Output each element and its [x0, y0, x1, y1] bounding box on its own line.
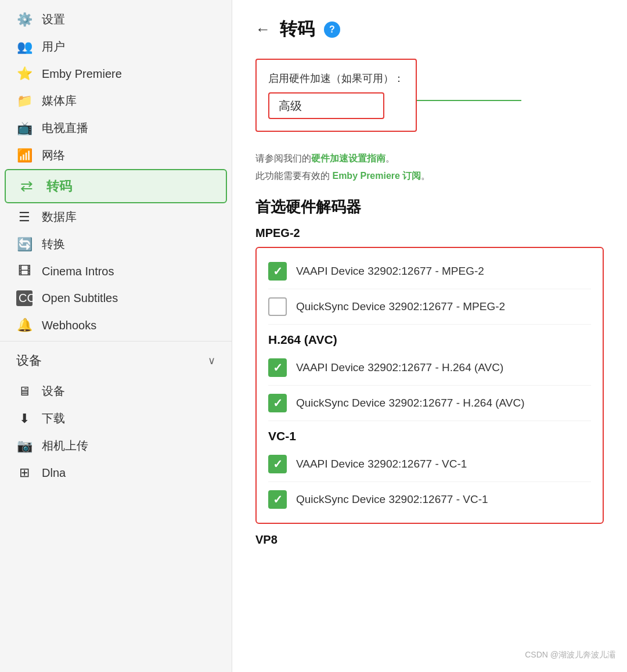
- checkbox-vaapi-h264[interactable]: [268, 358, 287, 377]
- page-title: 转码: [280, 17, 315, 41]
- sidebar-item-camera-upload[interactable]: 📷 相机上传: [0, 432, 232, 459]
- help-icon[interactable]: ?: [324, 21, 340, 38]
- info-text-1: 请参阅我们的硬件加速设置指南。: [255, 153, 395, 163]
- sidebar-item-media-library[interactable]: 📁 媒体库: [0, 87, 232, 114]
- emby-premiere-label: Emby Premiere: [42, 67, 122, 81]
- decoder-label-vaapi-h264: VAAPI Device 32902:12677 - H.264 (AVC): [296, 361, 503, 374]
- media-library-label: 媒体库: [42, 93, 77, 109]
- sidebar-item-open-subtitles[interactable]: CC Open Subtitles: [0, 285, 232, 312]
- webhooks-icon: 🔔: [16, 318, 33, 333]
- sidebar-item-dlna[interactable]: ⊞ Dlna: [0, 459, 232, 486]
- decoder-label-quicksync-vc1: QuickSync Device 32902:12677 - VC-1: [296, 493, 488, 506]
- cinema-intros-label: Cinema Intros: [42, 265, 114, 278]
- sidebar-item-users[interactable]: 👥 用户: [0, 33, 232, 60]
- decoder-item-quicksync-mpeg2[interactable]: QuickSync Device 32902:12677 - MPEG-2: [268, 289, 591, 325]
- database-label: 数据库: [42, 209, 77, 225]
- settings-label: 设置: [42, 12, 65, 27]
- decoder-label-quicksync-h264: QuickSync Device 32902:12677 - H.264 (AV…: [296, 397, 525, 409]
- devices-section-label: 设备: [16, 352, 42, 369]
- device-icon: 🖥: [16, 384, 33, 399]
- hw-accel-section: 启用硬件加速（如果可用）： 无基本高级: [255, 59, 417, 132]
- device-label: 设备: [42, 383, 65, 399]
- camera-upload-label: 相机上传: [42, 438, 88, 454]
- sidebar-item-convert[interactable]: 🔄 转换: [0, 231, 232, 258]
- tv-live-label: 电视直播: [42, 120, 88, 136]
- open-subtitles-icon: CC: [16, 290, 33, 306]
- decoder-label-vaapi-mpeg2: VAAPI Device 32902:12677 - MPEG-2: [296, 265, 484, 278]
- divider: [0, 341, 232, 342]
- dlna-icon: ⊞: [16, 465, 33, 480]
- main-content: ← 转码 ? 启用硬件加速（如果可用）： 无基本高级 请参阅我们的硬件加速设置指…: [232, 0, 627, 672]
- checkbox-vaapi-mpeg2[interactable]: [268, 262, 287, 281]
- section-heading-preferred-decoder: 首选硬件解码器: [255, 197, 604, 217]
- decoder-label-vaapi-vc1: VAAPI Device 32902:12677 - VC-1: [296, 458, 467, 470]
- download-label: 下载: [42, 411, 65, 426]
- decoder-label-quicksync-mpeg2: QuickSync Device 32902:12677 - MPEG-2: [296, 300, 505, 313]
- tv-live-icon: 📺: [16, 121, 33, 136]
- chevron-down-icon: ∨: [208, 354, 215, 367]
- watermark: CSDN @湖波儿奔波儿灞: [525, 650, 615, 660]
- decoder-item-quicksync-vc1[interactable]: QuickSync Device 32902:12677 - VC-1: [268, 482, 591, 517]
- mpeg2-outside-heading: MPEG-2: [255, 227, 604, 240]
- decoder-section: VAAPI Device 32902:12677 - MPEG-2 QuickS…: [255, 247, 604, 524]
- network-label: 网络: [42, 148, 65, 163]
- settings-icon: ⚙️: [16, 12, 33, 27]
- decoder-item-vaapi-vc1[interactable]: VAAPI Device 32902:12677 - VC-1: [268, 447, 591, 482]
- hw-accel-select[interactable]: 无基本高级: [268, 92, 384, 119]
- transcode-icon: ⇄: [17, 177, 36, 195]
- camera-upload-icon: 📷: [16, 439, 33, 454]
- download-icon: ⬇: [16, 411, 33, 426]
- green-connector-line: [417, 100, 521, 101]
- sidebar-item-webhooks[interactable]: 🔔 Webhooks: [0, 312, 232, 339]
- sidebar-item-network[interactable]: 📶 网络: [0, 142, 232, 169]
- checkbox-quicksync-vc1[interactable]: [268, 490, 287, 509]
- hw-accel-label: 启用硬件加速（如果可用）：: [268, 71, 404, 85]
- cinema-intros-icon: 🎞: [16, 264, 33, 279]
- open-subtitles-label: Open Subtitles: [42, 292, 118, 305]
- vc1-group-heading: VC-1: [268, 421, 591, 447]
- transcode-label: 转码: [46, 178, 72, 195]
- h264-group-heading: H.264 (AVC): [268, 325, 591, 350]
- sidebar-item-database[interactable]: ☰ 数据库: [0, 203, 232, 231]
- sidebar-item-cinema-intros[interactable]: 🎞 Cinema Intros: [0, 258, 232, 285]
- emby-premiere-link[interactable]: Emby Premiere 订阅: [332, 171, 421, 181]
- users-icon: 👥: [16, 39, 33, 55]
- media-library-icon: 📁: [16, 94, 33, 109]
- sidebar-item-download[interactable]: ⬇ 下载: [0, 405, 232, 432]
- webhooks-label: Webhooks: [42, 319, 96, 332]
- checkbox-quicksync-mpeg2[interactable]: [268, 297, 287, 316]
- convert-icon: 🔄: [16, 237, 33, 252]
- sidebar-item-settings[interactable]: ⚙️ 设置: [0, 6, 232, 33]
- vp8-heading: VP8: [255, 533, 604, 547]
- decoder-item-vaapi-h264[interactable]: VAAPI Device 32902:12677 - H.264 (AVC): [268, 350, 591, 386]
- checkbox-quicksync-h264[interactable]: [268, 394, 287, 412]
- hw-accel-guide-link[interactable]: 硬件加速设置指南: [311, 153, 385, 163]
- devices-section[interactable]: 设备 ∨: [0, 344, 232, 378]
- info-text-2: 此功能需要有效的 Emby Premiere 订阅。: [255, 171, 430, 181]
- sidebar-item-device[interactable]: 🖥 设备: [0, 378, 232, 405]
- sidebar: ⚙️ 设置 👥 用户 ⭐ Emby Premiere 📁 媒体库 📺 电视直播 …: [0, 0, 232, 672]
- page-header: ← 转码 ?: [255, 17, 604, 41]
- users-label: 用户: [42, 39, 65, 55]
- database-icon: ☰: [16, 210, 33, 225]
- emby-premiere-icon: ⭐: [16, 66, 33, 81]
- back-button[interactable]: ←: [255, 20, 271, 38]
- checkbox-vaapi-vc1[interactable]: [268, 455, 287, 473]
- decoder-item-quicksync-h264[interactable]: QuickSync Device 32902:12677 - H.264 (AV…: [268, 386, 591, 421]
- network-icon: 📶: [16, 148, 33, 163]
- decoder-item-vaapi-mpeg2[interactable]: VAAPI Device 32902:12677 - MPEG-2: [268, 254, 591, 289]
- dlna-label: Dlna: [42, 466, 66, 480]
- convert-label: 转换: [42, 236, 65, 252]
- sidebar-item-transcode[interactable]: ⇄ 转码: [5, 169, 227, 203]
- sidebar-item-emby-premiere[interactable]: ⭐ Emby Premiere: [0, 60, 232, 87]
- sidebar-item-tv-live[interactable]: 📺 电视直播: [0, 114, 232, 142]
